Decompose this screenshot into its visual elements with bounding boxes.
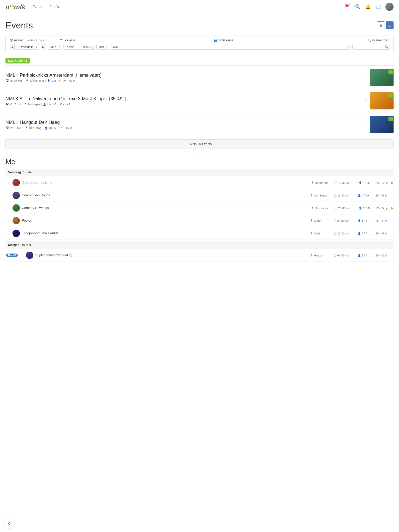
- nav: Events Foto's: [32, 5, 59, 9]
- logo-dots-container: [10, 5, 14, 7]
- event-star-3[interactable]: ☆: [364, 122, 367, 127]
- pin-icon-0-3: 📍: [310, 219, 313, 222]
- row-star-0-0[interactable]: ☆: [6, 181, 11, 185]
- page-title-row: Events ⊞ ☰: [6, 20, 393, 31]
- row-avatar-0-4: [13, 230, 20, 237]
- avatar[interactable]: [385, 3, 393, 11]
- event-date-3: Vr 19 Mei: [10, 126, 21, 129]
- row-location-0-2: 📍 Hilversum: [311, 206, 332, 210]
- row-count-1-0: 👤 2 / 5: [358, 254, 369, 257]
- period-next-btn[interactable]: ▶: [41, 44, 46, 50]
- sep-3c: |: [58, 126, 59, 129]
- logo[interactable]: n mlk: [6, 4, 25, 10]
- row-name-0-4: Escaperoom The Dentist: [22, 231, 308, 235]
- event-star-2[interactable]: ☆: [364, 98, 367, 103]
- row-star-0-4[interactable]: ☆: [6, 231, 11, 235]
- pin-icon-0-0: 📍: [311, 181, 314, 184]
- logo-mlk: mlk: [14, 4, 26, 10]
- row-name-0-3: Poolen: [22, 219, 308, 222]
- list-item-0-4[interactable]: ☆ Escaperoom The Dentist 📍 Delft 🕐 20:30…: [6, 227, 393, 240]
- categorie-select-wrap: Alle ▼: [111, 44, 350, 50]
- logo-dot-green: [10, 5, 11, 7]
- row-arrow-0-2: ▶: [391, 206, 393, 210]
- event-info-2: NMLK All-In Zeilweekend Op Luxe 3 Mast K…: [6, 96, 361, 106]
- list-item-1-0[interactable]: Nieuw! ☆ Vrijdagochtendwandeling 📍 Heeze…: [6, 249, 393, 262]
- trefwoord-wrap: 🔍: [353, 44, 389, 50]
- list-item-0-0[interactable]: ☆ Gek van surrealisme 📍 Rotterdam 🕐 11:3…: [6, 177, 393, 189]
- event-info-3: NMLK Hangout Den Haag 📅 Vr 19 Mei | 📍 De…: [6, 120, 361, 129]
- mail-icon[interactable]: ✉️: [375, 4, 381, 10]
- list-item-0-2[interactable]: ☆ Comedy Cowboys 📍 Hilversum 🕐 20:00 uur…: [6, 202, 393, 214]
- filter-trefwoord-label-wrap: 🔍 TREFWOORD: [368, 39, 389, 42]
- view-toggle-grid[interactable]: ⊞: [377, 21, 385, 29]
- row-count-0-0: 👤 1 / 15: [359, 181, 370, 184]
- event-title-2: NMLK All-In Zeilweekend Op Luxe 3 Mast K…: [6, 96, 361, 101]
- bell-icon[interactable]: 🔔: [365, 4, 371, 10]
- row-age-0-2: 35 - 55 jr: [372, 206, 388, 210]
- event-star-1[interactable]: ☆: [364, 75, 367, 80]
- clock-icon-0-2: 🕐: [334, 207, 337, 209]
- month-title: Mei: [6, 158, 393, 166]
- trefwoord-input[interactable]: [353, 44, 389, 50]
- location-input-wrap: 🎯 Huidig: [63, 44, 95, 50]
- page-scroll: Events ⊞ ☰ 📅 MAAND | WEEK | DAG �: [0, 14, 399, 277]
- search-icon-label: 🔍: [368, 39, 371, 42]
- flag-icon[interactable]: 🚩: [345, 4, 351, 10]
- sep-2a: |: [22, 103, 23, 106]
- people-count-icon-0-2: 👤: [359, 207, 362, 209]
- trefwoord-search-btn[interactable]: 🔍: [384, 45, 389, 49]
- row-count-0-3: 👤 4 / 6: [358, 219, 369, 222]
- filter-controls-row: ◀ Komende m ▼ ▶ 2017 ▼ �: [10, 44, 389, 50]
- row-time-1-0: 🕐 09:45 uur: [333, 254, 356, 257]
- event-date-1: Do 25 Mei: [10, 79, 22, 82]
- row-star-1-0[interactable]: ☆: [20, 253, 24, 257]
- year-select[interactable]: 2017: [48, 44, 61, 50]
- list-item-0-3[interactable]: ☆ Poolen 📍 Sittard 🕐 20:00 uur 👤 4 / 6: [6, 214, 393, 227]
- event-meta-1: 📅 Do 25 Mei | 📍 Amsterdam | 👤 Max 75 | 2…: [6, 79, 361, 82]
- event-age-3: 25 - 45 Jr: [60, 126, 72, 129]
- row-count-0-1: 👤 1 / 10: [358, 194, 369, 197]
- nmlk-event-card-1[interactable]: NMLK Parkpicknicks Amsterdam (Hemelvaart…: [6, 65, 393, 89]
- dag-label[interactable]: DAG: [38, 39, 44, 42]
- row-star-0-3[interactable]: ☆: [6, 218, 11, 223]
- people-count-icon-0-0: 👤: [359, 181, 362, 184]
- nmlk-event-card-2[interactable]: NMLK All-In Zeilweekend Op Luxe 3 Mast K…: [6, 89, 393, 113]
- more-events-btn[interactable]: + 4 NMLK Events: [6, 139, 393, 149]
- huidig-btn[interactable]: 🎯 Huidig: [83, 45, 93, 49]
- list-item-0-1[interactable]: ☆ Concert van Ronde 📍 Den Haag 🕐 19:30 u…: [6, 189, 393, 202]
- people-icon-2: 👤: [43, 103, 46, 106]
- event-thumb-1: [370, 69, 393, 86]
- nmlk-event-card-3[interactable]: NMLK Hangout Den Haag 📅 Vr 19 Mei | 📍 De…: [6, 113, 393, 136]
- event-loc-2: Harlingen: [28, 103, 40, 106]
- sep-3b: |: [42, 126, 43, 129]
- row-time-0-3: 🕐 20:00 uur: [333, 219, 356, 222]
- sep-2c: |: [58, 103, 58, 106]
- view-toggle-list[interactable]: ☰: [386, 21, 393, 29]
- pin-icon-0-1: 📍: [310, 194, 313, 197]
- row-name-0-1: Concert van Ronde: [22, 193, 308, 197]
- month-section: Mei Vandaag 18 Mei ☆ Gek van surrealisme…: [6, 158, 393, 262]
- radius-select[interactable]: 50 k: [97, 44, 109, 50]
- people-icon-3: 👤: [45, 126, 48, 129]
- row-star-0-2[interactable]: ☆: [6, 206, 11, 210]
- nav-events[interactable]: Events: [32, 5, 43, 9]
- huidig-label: Huidig: [86, 45, 93, 49]
- event-title-3: NMLK Hangout Den Haag: [6, 120, 361, 125]
- day-header-1: Morgen 19 Mei: [6, 241, 393, 249]
- period-prev-btn[interactable]: ◀: [10, 44, 15, 50]
- calendar-icon: 📅: [10, 39, 13, 42]
- maand-label[interactable]: MAAND: [14, 39, 23, 42]
- categorie-select[interactable]: Alle: [111, 44, 350, 50]
- people-count-icon-0-3: 👤: [358, 219, 361, 222]
- nav-fotos[interactable]: Foto's: [49, 5, 59, 9]
- row-location-0-4: 📍 Delft: [310, 232, 331, 235]
- pin-icon-1-0: 📍: [310, 254, 313, 257]
- row-name-1-0: Vrijdagochtendwandeling: [35, 253, 308, 257]
- period-select[interactable]: Komende m: [17, 44, 39, 50]
- clock-icon-0-4: 🕐: [333, 232, 336, 235]
- week-label[interactable]: WEEK: [27, 39, 34, 42]
- event-people-1: Max 75: [51, 79, 60, 82]
- row-star-0-1[interactable]: ☆: [6, 193, 11, 197]
- event-meta-3: 📅 Vr 19 Mei | 📍 Den Haag | 👤 40 - 50 | 2…: [6, 126, 361, 129]
- search-icon[interactable]: 🔍: [355, 4, 361, 10]
